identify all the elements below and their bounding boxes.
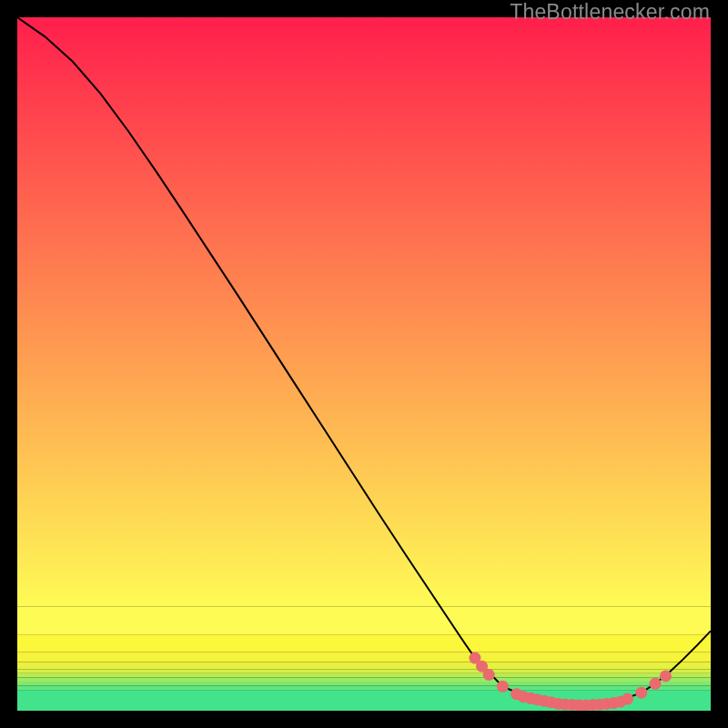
chart-plot bbox=[17, 17, 711, 711]
marker-dot bbox=[660, 670, 672, 682]
svg-rect-4 bbox=[17, 673, 711, 678]
chart-frame: TheBottlenecker.com bbox=[0, 0, 728, 728]
svg-rect-8 bbox=[17, 634, 711, 652]
marker-dot bbox=[635, 687, 647, 699]
svg-rect-7 bbox=[17, 652, 711, 662]
svg-rect-3 bbox=[17, 677, 711, 682]
marker-dot bbox=[483, 669, 495, 681]
svg-rect-6 bbox=[17, 662, 711, 670]
svg-rect-1 bbox=[17, 686, 711, 691]
marker-dot bbox=[497, 681, 509, 693]
svg-rect-2 bbox=[17, 682, 711, 686]
marker-dot bbox=[650, 678, 662, 690]
marker-dot bbox=[622, 693, 633, 705]
svg-rect-10 bbox=[17, 17, 711, 607]
svg-rect-5 bbox=[17, 669, 711, 673]
watermark-label: TheBottlenecker.com bbox=[510, 0, 710, 25]
svg-rect-9 bbox=[17, 607, 711, 634]
